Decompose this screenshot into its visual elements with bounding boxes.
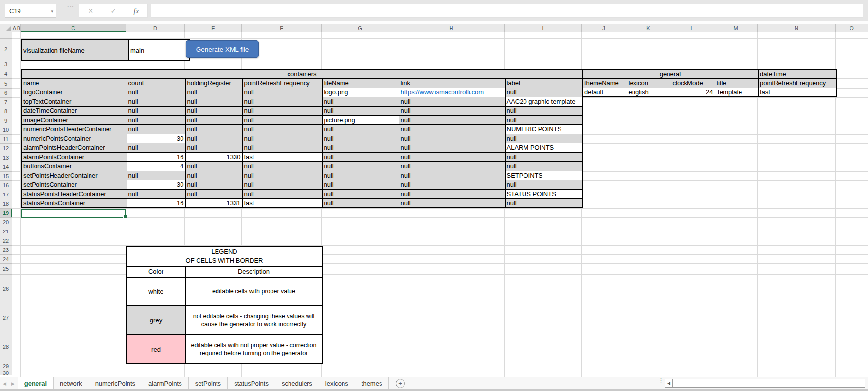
containers-cell[interactable]: null — [185, 88, 242, 97]
column-header-M[interactable]: M — [714, 24, 758, 32]
row-header-15[interactable]: 15 — [0, 172, 12, 181]
containers-header-name[interactable]: name — [21, 78, 127, 88]
containers-cell[interactable]: null — [185, 97, 242, 106]
containers-cell[interactable]: SETPOINTS — [505, 171, 582, 180]
general-header-title[interactable]: title — [715, 78, 758, 88]
row-header-27[interactable]: 27 — [0, 303, 12, 332]
sheet-tab-statusPoints[interactable]: statusPoints — [228, 377, 275, 390]
column-header-C[interactable]: C — [21, 24, 126, 32]
containers-cell[interactable]: null — [505, 180, 582, 189]
row-header-18[interactable]: 18 — [0, 199, 12, 209]
containers-cell[interactable]: null — [399, 180, 505, 189]
containers-cell[interactable]: 1331 — [185, 198, 242, 208]
containers-cell[interactable]: null — [127, 97, 185, 106]
horizontal-scrollbar[interactable] — [672, 379, 865, 388]
containers-cell[interactable]: null — [242, 134, 322, 143]
column-header-L[interactable]: L — [670, 24, 714, 32]
containers-cell[interactable]: null — [242, 189, 322, 198]
containers-cell[interactable]: picture.png — [322, 115, 399, 124]
sheet-tab-lexicons[interactable]: lexicons — [319, 377, 355, 390]
containers-cell[interactable]: null — [185, 180, 242, 189]
containers-header-pointRefreshFrequency[interactable]: pointRefreshFrequency — [242, 78, 322, 88]
row-header-28[interactable]: 28 — [0, 332, 12, 361]
row-header-12[interactable]: 12 — [0, 144, 12, 153]
row-header-22[interactable]: 22 — [0, 236, 12, 246]
containers-cell[interactable]: null — [322, 97, 399, 106]
column-header-H[interactable]: H — [398, 24, 505, 32]
containers-cell[interactable]: null — [399, 161, 505, 171]
row-header-24[interactable]: 24 — [0, 255, 12, 264]
containers-cell[interactable]: https://www.ismacontrolli.com — [399, 88, 505, 97]
sheet-tab-setPoints[interactable]: setPoints — [189, 377, 228, 390]
containers-header-label[interactable]: label — [505, 78, 582, 88]
visualization-filename-label-cell[interactable]: visualization fileName — [22, 40, 129, 60]
row-header-19[interactable]: 19 — [0, 209, 12, 218]
containers-header-count[interactable]: count — [127, 78, 185, 88]
datetime-header-pointrefreshfrequency[interactable]: pointRefreshFrequency — [758, 78, 836, 88]
containers-cell[interactable]: null — [185, 106, 242, 115]
containers-header-link[interactable]: link — [399, 78, 505, 88]
sheet-tab-schedulers[interactable]: schedulers — [275, 377, 319, 390]
general-header-themename[interactable]: themeName — [582, 78, 627, 88]
general-title-cell[interactable]: general — [582, 70, 758, 78]
containers-title-cell[interactable]: containers — [21, 70, 582, 78]
select-all-button[interactable] — [0, 24, 12, 32]
containers-cell[interactable]: null — [399, 134, 505, 143]
containers-cell[interactable]: STATUS POINTS — [505, 189, 582, 198]
column-header-I[interactable]: I — [505, 24, 582, 32]
containers-cell[interactable]: null — [322, 143, 399, 152]
containers-cell[interactable]: null — [399, 124, 505, 134]
containers-cell[interactable]: null — [185, 124, 242, 134]
containers-cell[interactable]: null — [127, 106, 185, 115]
containers-cell[interactable]: logoContainer — [21, 88, 127, 97]
containers-cell[interactable]: numericPointsContainer — [21, 134, 127, 143]
containers-cell[interactable]: null — [127, 115, 185, 124]
general-value-lexicon[interactable]: english — [627, 88, 671, 97]
row-header-29[interactable]: 29 — [0, 361, 12, 371]
containers-cell[interactable]: statusPointsContainer — [21, 198, 127, 208]
containers-cell[interactable]: dateTimeContainer — [21, 106, 127, 115]
containers-cell[interactable]: null — [185, 171, 242, 180]
containers-cell[interactable]: null — [242, 88, 322, 97]
containers-cell[interactable]: null — [185, 134, 242, 143]
row-header-23[interactable]: 23 — [0, 246, 12, 255]
tab-scroll-right-icon[interactable]: ▶ — [11, 381, 15, 386]
row-header-4[interactable]: 4 — [0, 69, 12, 79]
containers-cell[interactable]: null — [322, 124, 399, 134]
containers-cell[interactable]: null — [322, 189, 399, 198]
containers-cell[interactable]: 30 — [127, 180, 185, 189]
containers-cell[interactable]: 16 — [127, 198, 185, 208]
column-header-B[interactable]: B — [17, 24, 21, 32]
containers-header-holdingRegister[interactable]: holdingRegister — [185, 78, 242, 88]
row-header-9[interactable]: 9 — [0, 116, 12, 125]
column-header-D[interactable]: D — [126, 24, 185, 32]
row-header-2[interactable]: 2 — [0, 39, 12, 59]
name-box[interactable]: C19 ▾ — [5, 4, 56, 18]
containers-cell[interactable]: null — [242, 180, 322, 189]
containers-cell[interactable]: NUMERIC POINTS — [505, 124, 582, 134]
column-header-E[interactable]: E — [185, 24, 242, 32]
datetime-title-cell[interactable]: dateTime — [758, 70, 836, 78]
containers-cell[interactable]: statusPointsHeaderContainer — [21, 189, 127, 198]
row-header-17[interactable]: 17 — [0, 190, 12, 199]
hscroll-left-arrow[interactable]: ◀ — [665, 379, 673, 388]
visualization-filename-value-cell[interactable]: main — [129, 40, 189, 60]
containers-cell[interactable]: null — [322, 134, 399, 143]
row-header-14[interactable]: 14 — [0, 162, 12, 172]
generate-xml-button[interactable]: Generate XML file — [186, 40, 259, 58]
row-header-6[interactable]: 6 — [0, 89, 12, 98]
row-header-5[interactable]: 5 — [0, 79, 12, 89]
containers-cell[interactable]: null — [242, 97, 322, 106]
column-header-G[interactable]: G — [322, 24, 398, 32]
containers-cell[interactable]: null — [399, 143, 505, 152]
containers-cell[interactable]: null — [185, 115, 242, 124]
containers-cell[interactable]: null — [399, 106, 505, 115]
containers-cell[interactable]: ALARM POINTS — [505, 143, 582, 152]
row-header-21[interactable]: 21 — [0, 227, 12, 236]
containers-cell[interactable]: 1330 — [185, 152, 242, 161]
containers-cell[interactable]: null — [399, 97, 505, 106]
containers-cell[interactable]: null — [322, 198, 399, 208]
formula-input[interactable] — [151, 4, 863, 18]
column-header-F[interactable]: F — [242, 24, 322, 32]
containers-cell[interactable]: null — [505, 134, 582, 143]
